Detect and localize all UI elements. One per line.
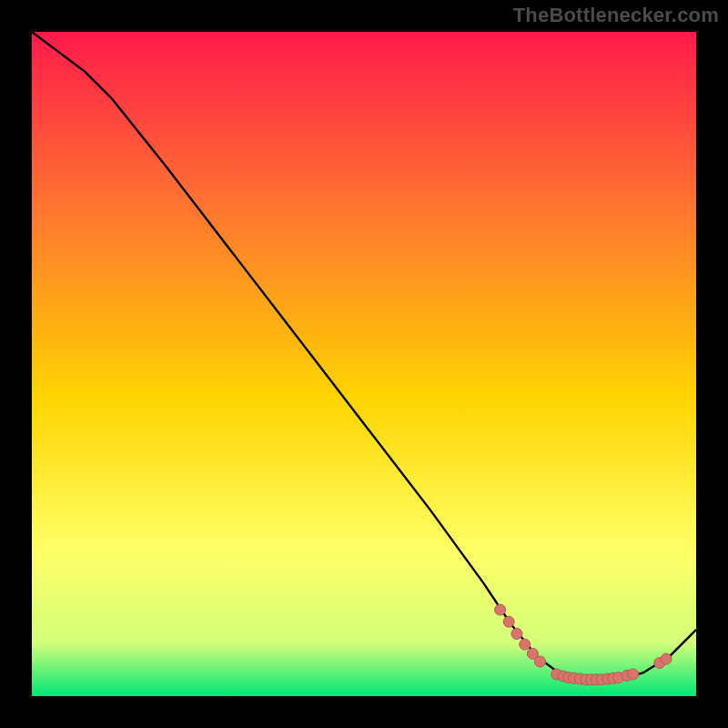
data-marker xyxy=(495,604,506,615)
chart-frame: TheBottlenecker.com xyxy=(0,0,728,728)
data-marker xyxy=(661,653,672,664)
data-marker xyxy=(503,616,514,627)
gradient-background xyxy=(32,32,696,696)
data-marker xyxy=(511,628,522,639)
data-marker xyxy=(628,669,639,680)
chart-svg xyxy=(32,32,696,696)
plot-area xyxy=(32,32,696,696)
data-marker xyxy=(520,639,531,650)
data-marker xyxy=(535,656,546,667)
watermark-text: TheBottlenecker.com xyxy=(513,4,719,27)
